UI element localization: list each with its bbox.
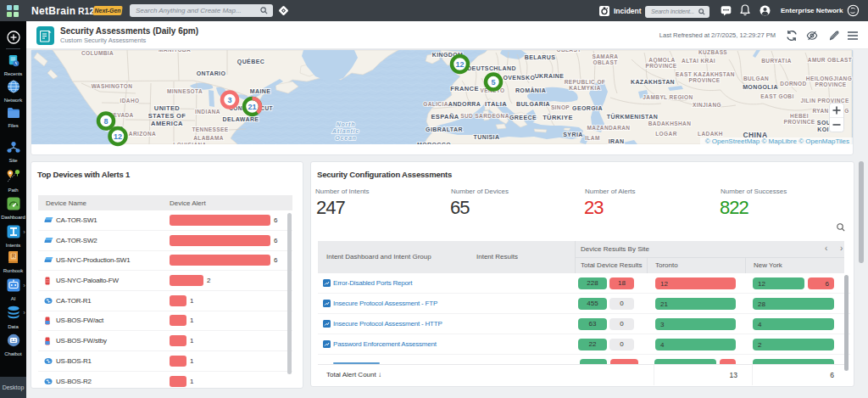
svg-text:12: 12 [455, 60, 464, 69]
svg-text:ESPAÑA: ESPAÑA [431, 113, 459, 121]
svg-text:R: R [11, 253, 15, 259]
svg-text:GEORGIA: GEORGIA [572, 105, 603, 111]
svg-text:12: 12 [114, 132, 122, 141]
svg-text:STATES OF: STATES OF [148, 112, 186, 120]
svg-text:Ocean: Ocean [335, 135, 356, 141]
svg-text:PROVINCE: PROVINCE [645, 63, 676, 69]
svg-text:TÜRKMENISTAN: TÜRKMENISTAN [607, 113, 658, 120]
svg-text:LOGAR: LOGAR [655, 131, 676, 137]
svg-text:OBLAST: OBLAST [556, 50, 581, 53]
svg-text:MANITOBA: MANITOBA [159, 50, 191, 53]
svg-text:EAST KAZAKHSTAN: EAST KAZAKHSTAN [676, 71, 735, 77]
svg-text:PROVINCE: PROVINCE [815, 81, 846, 87]
svg-text:ILAM: ILAM [585, 135, 600, 141]
svg-text:MAZANDARAN: MAZANDARAN [587, 125, 631, 131]
svg-text:LOUISIANA: LOUISIANA [173, 142, 206, 148]
svg-text:ITALIA: ITALIA [485, 100, 507, 108]
svg-text:BULGARIA: BULGARIA [516, 101, 550, 107]
svg-text:SYRIA: SYRIA [563, 132, 582, 137]
svg-text:RYAN: RYAN [812, 108, 828, 114]
svg-text:KOI: KOI [817, 126, 829, 132]
svg-text:REPUBLIC OF: REPUBLIC OF [565, 79, 605, 85]
svg-text:XINJIANG: XINJIANG [693, 102, 721, 108]
svg-text:SUD SARDEGNA: SUD SARDEGNA [460, 113, 509, 119]
svg-text:ONTARIO: ONTARIO [197, 70, 226, 76]
svg-text:DEUTSCHLAND: DEUTSCHLAND [467, 65, 516, 71]
svg-text:LOVENSKO: LOVENSKO [499, 75, 536, 81]
svg-text:DORNOD: DORNOD [780, 81, 806, 87]
svg-text:IRAN: IRAN [609, 138, 625, 144]
svg-text:G: G [844, 108, 849, 114]
svg-text:8: 8 [103, 117, 108, 126]
svg-text:Atlantic: Atlantic [331, 128, 359, 134]
svg-text:UKRAINE: UKRAINE [535, 73, 565, 79]
svg-text:AMUR OBLAST: AMUR OBLAST [808, 57, 852, 63]
svg-text:JILIN PROVINCE: JILIN PROVINCE [800, 98, 849, 104]
svg-text:North: North [337, 121, 356, 127]
svg-text:SINOP: SINOP [551, 104, 570, 110]
svg-text:UNITED: UNITED [154, 104, 180, 112]
svg-text:5: 5 [491, 78, 495, 87]
svg-text:21: 21 [248, 103, 256, 111]
svg-text:ALTAI KRAI: ALTAI KRAI [682, 58, 715, 64]
svg-text:INDIANA: INDIANA [195, 109, 220, 115]
svg-text:DELAWARE: DELAWARE [223, 116, 259, 122]
svg-text:TÜRKIYE: TÜRKIYE [542, 114, 573, 121]
svg-text:PROVINCE: PROVINCE [783, 119, 815, 125]
svg-text:COLUMBIA: COLUMBIA [81, 50, 114, 56]
svg-text:© OpenStreetMap © MapLibre © O: © OpenStreetMap © MapLibre © OpenMapTile… [705, 137, 849, 145]
svg-text:AMERICA: AMERICA [151, 120, 183, 127]
svg-text:PROVINCE: PROVINCE [688, 77, 720, 83]
svg-text:WASHINGTON: WASHINGTON [92, 83, 133, 89]
svg-text:BADAKHSHAN: BADAKHSHAN [648, 121, 692, 126]
svg-text:OBLAST: OBLAST [593, 59, 617, 65]
svg-text:ANDORRA: ANDORRA [448, 101, 481, 107]
svg-text:GREECE: GREECE [509, 115, 537, 121]
svg-text:BURYATIA: BURYATIA [761, 58, 791, 64]
svg-text:KUZBASS: KUZBASS [698, 50, 727, 55]
svg-text:MONGOLIA: MONGOLIA [743, 84, 778, 90]
svg-text:HEBEI: HEBEI [790, 113, 809, 119]
svg-text:GIBRALTAR: GIBRALTAR [426, 126, 463, 132]
svg-text:KAZAKHSTAN: KAZAKHSTAN [631, 79, 675, 85]
svg-text:3: 3 [227, 96, 231, 104]
svg-text:ROMÂNIA: ROMÂNIA [515, 87, 546, 93]
svg-text:SAMARA: SAMARA [593, 53, 619, 59]
svg-text:ARIZONA: ARIZONA [129, 131, 156, 137]
svg-text:FRANCE: FRANCE [450, 85, 479, 92]
svg-text:EAST GOBI: EAST GOBI [760, 93, 793, 99]
svg-text:TUNISIA: TUNISIA [474, 134, 500, 140]
svg-text:JAMBYL REGION: JAMBYL REGION [643, 94, 693, 100]
svg-text:MINNESOTA: MINNESOTA [167, 88, 203, 94]
svg-text:GALICIA: GALICIA [423, 101, 448, 107]
svg-text:MOROCCO: MOROCCO [417, 142, 451, 148]
svg-text:BULGAN: BULGAN [743, 76, 769, 81]
svg-text:TENNESSEE: TENNESSEE [192, 126, 229, 132]
svg-text:IDAHO: IDAHO [120, 98, 140, 104]
svg-text:ALABAMA: ALABAMA [193, 135, 224, 141]
svg-text:HEILONGJIANG: HEILONGJIANG [806, 76, 852, 81]
svg-text:SOU: SOU [817, 120, 831, 126]
svg-text:MAINE: MAINE [250, 88, 271, 94]
svg-text:QUÉBEC: QUÉBEC [237, 58, 264, 65]
svg-text:BELARUS: BELARUS [525, 54, 556, 60]
svg-text:LADAKH: LADAKH [698, 131, 723, 137]
svg-text:KALMYKIA: KALMYKIA [569, 85, 601, 91]
